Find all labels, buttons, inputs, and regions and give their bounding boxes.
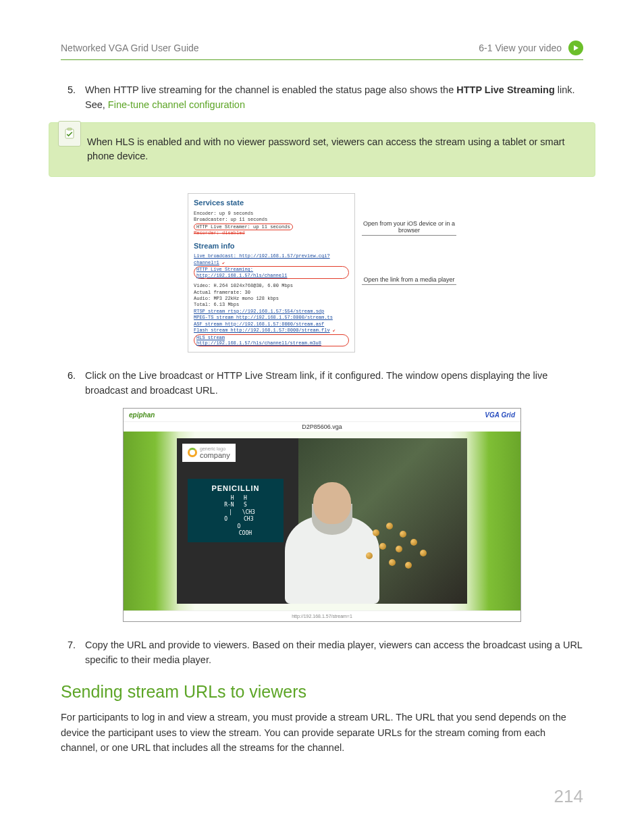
step-number: 6.	[61, 369, 76, 398]
video-info: Video: H.264 1024x768@30, 6.00 Mbps	[194, 283, 349, 289]
svg-marker-0	[574, 45, 579, 51]
step-7: 7. Copy the URL and provide to viewers. …	[61, 638, 583, 668]
guide-title: Networked VGA Grid User Guide	[61, 43, 199, 53]
svg-rect-1	[65, 129, 74, 138]
logo-top-text: generic logo	[200, 446, 230, 451]
broadcast-player-figure: epiphan VGA Grid D2P85606.vga generic lo…	[123, 408, 521, 622]
video-frame: generic logo company PENICILLIN H H R-N …	[177, 438, 467, 604]
player-window: epiphan VGA Grid D2P85606.vga generic lo…	[123, 408, 521, 622]
flash-link[interactable]: Flash stream http://192.168.1.57:8000/st…	[194, 328, 330, 333]
asf-link[interactable]: ASF stream http://192.168.1.57:8000/stre…	[194, 321, 349, 328]
note-text: When HLS is enabled and with no viewer p…	[49, 122, 595, 178]
arrow-icon: ↙	[222, 260, 225, 265]
section-ref: 6-1 View your video	[479, 41, 583, 55]
sending-urls-paragraph: For participants to log in and view a st…	[61, 710, 583, 755]
live-broadcast-link[interactable]: Live broadcast: http://192.168.1.57/prev…	[194, 253, 330, 265]
hls-stream-link[interactable]: HLS stream http://192.168.1.57/hls/chann…	[194, 334, 349, 347]
step-text: When HTTP live streaming for the channel…	[85, 84, 456, 95]
page-header: Networked VGA Grid User Guide 6-1 View y…	[61, 41, 583, 60]
fine-tune-link[interactable]: Fine-tune channel configuration	[108, 99, 245, 110]
total-info: Total: 6.13 Mbps	[194, 302, 349, 308]
player-filename: D2P85606.vga	[124, 421, 520, 432]
audio-info: Audio: MP3 22kHz mono 128 kbps	[194, 296, 349, 302]
services-panel: Services state Encoder: up 9 seconds Bro…	[188, 193, 355, 353]
step-body: Click on the Live broadcast or HTTP Live…	[85, 369, 583, 398]
player-url-footer: http://192.168.1.57/stream=1	[124, 610, 520, 621]
penicillin-card: PENICILLIN H H R-N S | \CH3 O CH3 O COOH	[188, 479, 284, 542]
mpegts-link[interactable]: MPEG-TS stream http://192.168.1.57:8000/…	[194, 315, 349, 321]
penicillin-title: PENICILLIN	[192, 484, 279, 492]
step-number: 7.	[61, 638, 76, 668]
ios-annotation: Open from your iOS device or in a browse…	[362, 220, 456, 236]
broadcaster-status: Broadcaster: up 11 seconds	[194, 217, 349, 223]
step-number: 5.	[61, 83, 76, 113]
svg-rect-2	[68, 128, 72, 130]
step-body: Copy the URL and provide to viewers. Bas…	[85, 638, 583, 668]
media-player-annotation: Open the link from a media player	[362, 276, 456, 285]
hls-streamer-status: HTTP Live Streamer: up 11 seconds	[194, 224, 293, 230]
molecular-model	[366, 523, 440, 577]
encoder-status: Encoder: up 9 seconds	[194, 211, 349, 217]
chemical-structure: H H R-N S | \CH3 O CH3 O COOH	[192, 495, 279, 537]
hls-link[interactable]: HTTP Live Streaming: http://192.168.1.57…	[194, 266, 349, 279]
rtsp-link[interactable]: RTSP stream rtsp://192.168.1.57:554/stre…	[194, 309, 349, 315]
services-state-figure: Services state Encoder: up 9 seconds Bro…	[61, 193, 583, 353]
logo-company-text: company	[200, 451, 230, 459]
hls-note: When HLS is enabled and with no viewer p…	[49, 122, 595, 178]
play-icon	[568, 41, 583, 55]
services-state-title: Services state	[194, 198, 349, 208]
figure-annotations: Open from your iOS device or in a browse…	[362, 193, 456, 353]
sending-urls-heading: Sending stream URLs to viewers	[61, 682, 583, 702]
section-ref-text: 6-1 View your video	[479, 43, 562, 53]
epiphan-logo: epiphan	[129, 411, 155, 419]
stream-info-title: Stream info	[194, 241, 349, 251]
company-logo-overlay: generic logo company	[182, 444, 236, 462]
framerate-info: Actual framerate: 30	[194, 290, 349, 296]
vga-grid-label: VGA Grid	[485, 411, 515, 419]
http-live-streaming-label: HTTP Live Streaming	[456, 84, 555, 95]
step-6: 6. Click on the Live broadcast or HTTP L…	[61, 369, 583, 398]
arrow-icon: ↙	[333, 328, 336, 333]
recorder-status: Recorder: disabled	[194, 230, 245, 236]
player-titlebar: epiphan VGA Grid	[124, 409, 520, 421]
page-number: 214	[554, 786, 583, 807]
clipboard-check-icon	[58, 121, 81, 147]
player-stage: generic logo company PENICILLIN H H R-N …	[124, 432, 520, 610]
step-body: When HTTP live streaming for the channel…	[85, 83, 583, 113]
step-5: 5. When HTTP live streaming for the chan…	[61, 83, 583, 113]
logo-circle-icon	[188, 448, 197, 457]
